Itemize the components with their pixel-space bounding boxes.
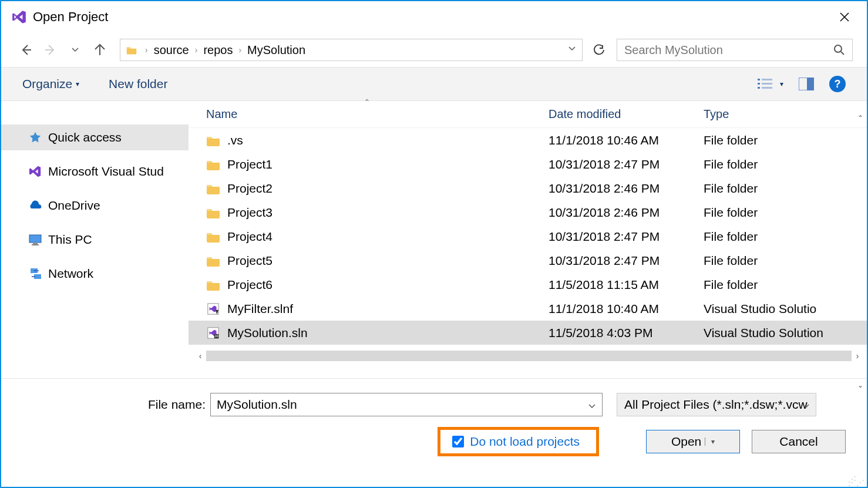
chevron-down-icon — [802, 402, 810, 410]
up-button[interactable] — [89, 39, 110, 60]
vs-logo-icon — [12, 9, 27, 25]
help-icon: ? — [835, 78, 841, 90]
file-date: 11/1/2018 10:46 AM — [549, 133, 704, 147]
search-box[interactable] — [617, 39, 853, 61]
column-date[interactable]: Date modified — [549, 107, 704, 121]
svg-rect-11 — [32, 244, 39, 245]
chevron-right-icon: › — [193, 45, 200, 55]
file-row[interactable]: Project210/31/2018 2:46 PMFile folder — [189, 176, 867, 200]
file-date: 10/31/2018 2:46 PM — [549, 181, 704, 196]
file-row[interactable]: Project110/31/2018 2:47 PMFile folder — [189, 152, 867, 176]
search-icon — [833, 44, 845, 56]
chevron-down-icon — [71, 46, 79, 54]
close-button[interactable] — [833, 5, 856, 29]
file-type: Visual Studio Solutio — [704, 302, 867, 316]
onedrive-icon — [28, 199, 42, 212]
network-icon — [28, 267, 42, 280]
resize-grip-icon[interactable]: ⋰⋰⋰ — [848, 477, 864, 484]
breadcrumb-item-1[interactable]: repos — [200, 43, 236, 57]
back-button[interactable] — [15, 39, 36, 60]
file-name: MyFilter.slnf — [227, 302, 293, 316]
breadcrumb-item-0[interactable]: source — [150, 43, 193, 57]
file-type: Visual Studio Solution — [704, 326, 867, 340]
view-mode-button[interactable]: ▾ — [758, 77, 783, 91]
cancel-button[interactable]: Cancel — [752, 430, 846, 453]
chevron-right-icon: › — [143, 45, 150, 55]
help-button[interactable]: ? — [829, 76, 846, 92]
file-name: Project6 — [227, 278, 272, 292]
scroll-left-icon[interactable]: ‹ — [194, 351, 206, 361]
scroll-up-icon[interactable]: ⌃ — [857, 112, 863, 124]
file-date: 11/5/2018 11:15 AM — [549, 278, 704, 292]
pc-icon — [28, 233, 42, 246]
forward-button[interactable] — [40, 39, 61, 60]
file-name: MySolution.sln — [227, 326, 308, 340]
file-name: Project3 — [227, 206, 272, 220]
toolbar: Organize ▾ New folder ▾ ? — [1, 67, 867, 101]
column-type[interactable]: Type — [704, 107, 867, 121]
file-type: File folder — [704, 230, 867, 244]
main-content: Quick access Microsoft Visual Stud OneDr… — [1, 101, 867, 378]
sidebar-item-network[interactable]: Network — [1, 261, 189, 287]
recent-dropdown[interactable] — [65, 39, 86, 60]
file-type: File folder — [704, 157, 867, 171]
sidebar-item-vs[interactable]: Microsoft Visual Stud — [1, 159, 189, 184]
close-icon — [839, 11, 850, 23]
column-name[interactable]: Name — [206, 107, 549, 121]
column-headers: Name Date modified Type — [189, 101, 867, 128]
bottom-panel: File name: All Project Files (*.sln;*.ds… — [1, 378, 867, 463]
horizontal-scrollbar[interactable]: ‹ › — [194, 349, 863, 362]
sidebar-item-quick-access[interactable]: Quick access — [1, 124, 189, 150]
file-name-input-box[interactable] — [210, 393, 603, 416]
chevron-down-icon — [588, 402, 596, 410]
breadcrumb[interactable]: › source › repos › MySolution — [120, 39, 583, 61]
vertical-scrollbar[interactable]: ⌃ ⌄ — [855, 112, 866, 392]
svg-point-0 — [835, 45, 842, 52]
refresh-icon — [593, 44, 605, 56]
quick-access-icon — [28, 131, 42, 144]
file-type: File folder — [704, 206, 867, 220]
preview-pane-button[interactable] — [799, 78, 814, 90]
do-not-load-checkbox[interactable] — [452, 436, 464, 447]
arrow-left-icon — [19, 43, 33, 57]
file-type: File folder — [704, 254, 867, 268]
file-type-dropdown[interactable] — [802, 399, 810, 413]
file-type: File folder — [704, 181, 867, 196]
open-button[interactable]: Open ▾ — [646, 430, 740, 453]
sidebar: Quick access Microsoft Visual Stud OneDr… — [1, 101, 189, 378]
file-row[interactable]: MyFilter.slnf11/1/2018 10:40 AMVisual St… — [189, 297, 867, 321]
view-list-icon — [758, 77, 776, 91]
vs-icon — [28, 165, 42, 178]
breadcrumb-dropdown[interactable] — [568, 45, 576, 55]
chevron-down-icon — [568, 45, 576, 53]
file-row[interactable]: Project510/31/2018 2:47 PMFile folder — [189, 248, 867, 272]
nav-bar: › source › repos › MySolution — [1, 33, 867, 67]
do-not-load-label[interactable]: Do not load projects — [470, 435, 580, 449]
file-type-select[interactable]: All Project Files (*.sln;*.dsw;*.vcw — [617, 393, 816, 416]
sidebar-item-this-pc[interactable]: This PC — [1, 227, 189, 253]
file-row[interactable]: 16MySolution.sln11/5/2018 4:03 PMVisual … — [189, 321, 867, 345]
svg-text:16: 16 — [214, 334, 218, 338]
file-row[interactable]: Project310/31/2018 2:46 PMFile folder — [189, 200, 867, 224]
file-date: 10/31/2018 2:47 PM — [549, 157, 704, 171]
file-date: 10/31/2018 2:47 PM — [549, 254, 704, 268]
breadcrumb-item-2[interactable]: MySolution — [244, 43, 309, 57]
file-row[interactable]: Project410/31/2018 2:47 PMFile folder — [189, 224, 867, 248]
file-name-input[interactable] — [217, 393, 577, 416]
scroll-down-icon[interactable]: ⌄ — [857, 379, 863, 392]
refresh-button[interactable] — [588, 39, 610, 60]
window-title: Open Project — [33, 9, 108, 25]
svg-rect-10 — [33, 243, 38, 244]
organize-button[interactable]: Organize ▾ — [22, 77, 79, 91]
file-row[interactable]: Project611/5/2018 11:15 AMFile folder — [189, 272, 867, 297]
svg-rect-6 — [762, 87, 772, 89]
file-row[interactable]: .vs11/1/2018 10:46 AMFile folder — [189, 128, 867, 152]
file-type: File folder — [704, 278, 867, 292]
svg-rect-3 — [758, 87, 760, 89]
file-name: Project1 — [227, 157, 272, 171]
svg-rect-4 — [762, 79, 772, 80]
file-name-dropdown[interactable] — [588, 399, 596, 413]
search-input[interactable] — [624, 43, 833, 57]
sidebar-item-onedrive[interactable]: OneDrive — [1, 193, 189, 218]
new-folder-button[interactable]: New folder — [109, 77, 167, 91]
